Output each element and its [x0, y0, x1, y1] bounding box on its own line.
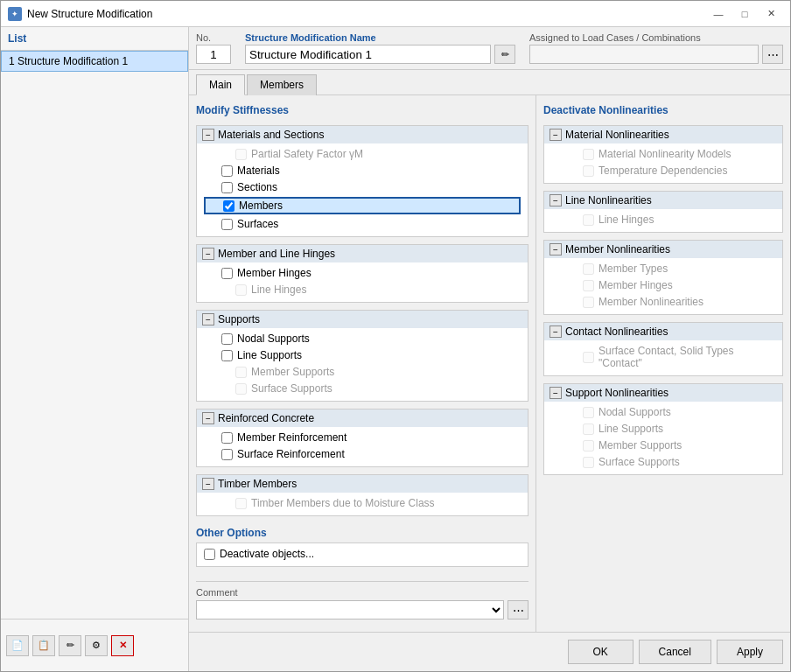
item-nodal-supports-nl: Nodal Supports — [551, 405, 775, 419]
member-nonlinearities-nl-checkbox[interactable] — [583, 297, 594, 308]
surface-supports-nl-checkbox[interactable] — [583, 457, 594, 468]
section-timber-content: Timber Members due to Moisture Class — [197, 493, 528, 515]
delete-button[interactable]: ✕ — [111, 635, 134, 656]
materials-checkbox[interactable] — [221, 165, 233, 177]
surface-reinforcement-checkbox[interactable] — [221, 449, 233, 460]
nodal-supports-checkbox[interactable] — [221, 333, 233, 345]
section-line-nl: − Line Nonlinearities Line Hinges — [543, 191, 783, 233]
collapse-timber-icon[interactable]: − — [202, 478, 214, 490]
collapse-materials-icon[interactable]: − — [202, 129, 214, 141]
line-supports-checkbox[interactable] — [221, 350, 233, 361]
other-options-header: Other Options — [196, 523, 528, 542]
main-window: ✦ New Structure Modification — □ ✕ List … — [0, 0, 791, 672]
item-member-reinforcement: Member Reinforcement — [204, 430, 521, 444]
member-supports-nl-label: Member Supports — [598, 439, 682, 452]
timber-moisture-checkbox[interactable] — [235, 498, 247, 509]
section-hinges: − Member and Line Hinges Member Hinges — [196, 244, 528, 303]
maximize-button[interactable]: □ — [732, 4, 757, 24]
sections-checkbox[interactable] — [221, 182, 233, 193]
sidebar-header: List — [1, 27, 188, 51]
member-hinges-checkbox[interactable] — [221, 268, 233, 279]
comment-row: ⋯ — [196, 600, 528, 620]
item-surface-contact: Surface Contact, Solid Types "Contact" — [551, 344, 775, 370]
assign-field: Assigned to Load Cases / Combinations ⋯ — [529, 32, 783, 64]
item-partial-safety: Partial Safety Factor γM — [204, 147, 521, 161]
item-timber-moisture: Timber Members due to Moisture Class — [204, 496, 521, 510]
partial-safety-label: Partial Safety Factor γM — [251, 148, 363, 160]
deactivate-objects-checkbox[interactable] — [204, 549, 215, 560]
temp-deps-checkbox[interactable] — [583, 165, 594, 177]
item-member-supports-nl: Member Supports — [551, 438, 775, 452]
window-title: New Structure Modification — [27, 8, 701, 20]
header-row: No. Structure Modification Name ✏ Assign… — [189, 27, 790, 70]
duplicate-button[interactable]: 📋 — [32, 635, 55, 656]
partial-safety-checkbox[interactable] — [235, 149, 247, 160]
member-reinforcement-checkbox[interactable] — [221, 432, 233, 444]
left-column: Modify Stiffnesses − Materials and Secti… — [189, 95, 536, 632]
member-hinges-nl-checkbox[interactable] — [583, 280, 594, 291]
name-input[interactable] — [245, 45, 491, 64]
line-hinges-checkbox[interactable] — [235, 284, 247, 296]
comment-browse-button[interactable]: ⋯ — [508, 600, 528, 620]
item-temperature-dependencies: Temperature Dependencies — [551, 164, 775, 178]
item-line-supports-nl: Line Supports — [551, 422, 775, 436]
section-line-nl-header: − Line Nonlinearities — [544, 192, 782, 209]
collapse-rc-icon[interactable]: − — [202, 412, 214, 424]
collapse-member-nl-icon[interactable]: − — [550, 243, 562, 256]
other-options-items: Deactivate objects... — [197, 543, 528, 566]
right-panel: No. Structure Modification Name ✏ Assign… — [189, 27, 790, 671]
content-area: Modify Stiffnesses − Materials and Secti… — [189, 95, 790, 632]
rename-button[interactable]: ✏ — [59, 635, 81, 656]
name-edit-button[interactable]: ✏ — [494, 45, 515, 64]
member-reinforcement-label: Member Reinforcement — [237, 431, 346, 444]
settings-button[interactable]: ⚙ — [85, 635, 108, 656]
member-supports-nl-checkbox[interactable] — [583, 440, 594, 452]
sidebar-item-1[interactable]: 1 Structure Modification 1 — [1, 51, 188, 72]
collapse-supports-icon[interactable]: − — [202, 313, 214, 326]
members-checkbox[interactable] — [223, 200, 234, 212]
line-hinges-nl-checkbox[interactable] — [583, 214, 594, 226]
section-contact-nl-content: Surface Contact, Solid Types "Contact" — [544, 340, 782, 375]
tab-members[interactable]: Members — [247, 74, 317, 95]
minimize-button[interactable]: — — [706, 4, 731, 24]
item-surfaces: Surfaces — [204, 217, 521, 231]
section-materials-sections: − Materials and Sections Partial Safety … — [196, 125, 528, 237]
sidebar-items: 1 Structure Modification 1 — [1, 51, 188, 619]
section-contact-nl-header: − Contact Nonlinearities — [544, 323, 782, 340]
material-nl-models-checkbox[interactable] — [583, 149, 594, 160]
nodal-supports-nl-checkbox[interactable] — [583, 407, 594, 418]
member-supports-checkbox[interactable] — [235, 367, 247, 378]
collapse-material-nl-icon[interactable]: − — [550, 129, 562, 141]
nodal-supports-label: Nodal Supports — [237, 332, 310, 345]
surface-contact-checkbox[interactable] — [583, 352, 594, 363]
comment-dropdown[interactable] — [196, 600, 504, 620]
tab-main[interactable]: Main — [196, 74, 245, 95]
materials-label: Materials — [237, 164, 280, 177]
collapse-contact-nl-icon[interactable]: − — [550, 326, 562, 338]
apply-button[interactable]: Apply — [717, 640, 783, 664]
close-button[interactable]: ✕ — [759, 4, 783, 24]
assign-input[interactable] — [529, 45, 759, 64]
surface-supports-checkbox[interactable] — [235, 383, 247, 395]
section-material-nl: − Material Nonlinearities Material Nonli… — [543, 125, 783, 184]
new-button[interactable]: 📄 — [6, 635, 29, 656]
item-member-hinges-nl: Member Hinges — [551, 278, 775, 292]
cancel-button[interactable]: Cancel — [639, 640, 711, 664]
member-types-nl-checkbox[interactable] — [583, 263, 594, 275]
assign-button[interactable]: ⋯ — [762, 45, 783, 64]
member-hinges-label: Member Hinges — [237, 267, 312, 279]
sidebar-footer: 📄 📋 ✏ ⚙ ✕ — [1, 619, 188, 671]
collapse-support-nl-icon[interactable]: − — [550, 387, 562, 399]
surfaces-checkbox[interactable] — [221, 219, 233, 230]
line-supports-nl-checkbox[interactable] — [583, 424, 594, 435]
collapse-hinges-icon[interactable]: − — [202, 248, 214, 260]
ok-button[interactable]: OK — [568, 640, 634, 664]
modify-stiffnesses-header: Modify Stiffnesses — [196, 102, 528, 118]
section-contact-nl: − Contact Nonlinearities Surface Contact… — [543, 322, 783, 376]
surface-supports-nl-label: Surface Supports — [598, 456, 680, 468]
collapse-line-nl-icon[interactable]: − — [550, 194, 562, 206]
section-hinges-content: Member Hinges Line Hinges — [197, 262, 528, 302]
line-hinges-label: Line Hinges — [251, 284, 306, 296]
name-label: Structure Modification Name — [245, 32, 515, 43]
no-input[interactable] — [196, 45, 231, 64]
